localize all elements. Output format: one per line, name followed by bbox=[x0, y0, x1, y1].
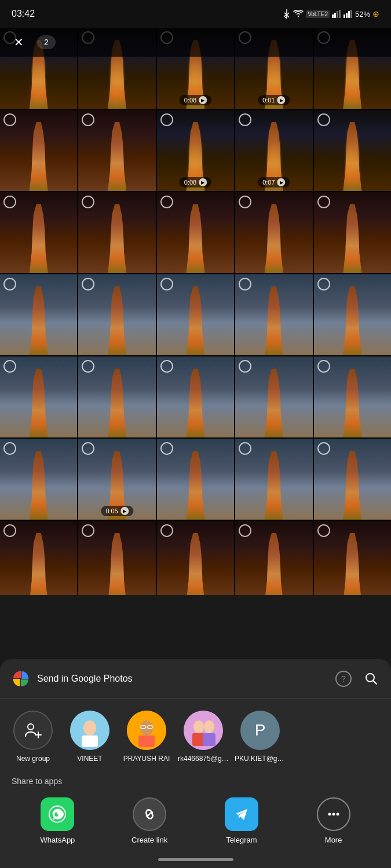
select-circle[interactable] bbox=[160, 196, 173, 208]
photo-cell[interactable] bbox=[314, 192, 391, 273]
app-item-telegram[interactable]: Telegram bbox=[215, 797, 268, 844]
contact-item-prayush[interactable]: PRAYUSH RAI bbox=[120, 711, 173, 763]
telegram-icon bbox=[231, 804, 252, 825]
photo-cell[interactable] bbox=[157, 439, 234, 520]
photo-cell[interactable] bbox=[235, 356, 312, 437]
contact-item-rk[interactable]: rk4466875@gm... bbox=[177, 711, 229, 763]
photo-cell[interactable] bbox=[314, 110, 391, 191]
select-circle[interactable] bbox=[3, 196, 16, 208]
app-item-more[interactable]: More bbox=[308, 797, 360, 844]
photo-cell[interactable] bbox=[157, 521, 234, 595]
svg-point-30 bbox=[328, 813, 331, 816]
photo-cell[interactable] bbox=[0, 356, 77, 437]
play-button[interactable]: ▶ bbox=[277, 96, 286, 104]
contact-item-new-group[interactable]: New group bbox=[7, 711, 59, 763]
photo-cell[interactable] bbox=[314, 521, 391, 595]
app-icon-telegram bbox=[225, 797, 258, 831]
photo-cell[interactable] bbox=[0, 521, 77, 595]
contact-item-pku[interactable]: PPKU.KIET@gma... bbox=[234, 711, 286, 763]
play-button[interactable]: ▶ bbox=[199, 178, 207, 186]
svg-point-25 bbox=[204, 720, 214, 733]
signal-icon bbox=[332, 10, 341, 18]
search-button[interactable] bbox=[363, 671, 379, 687]
video-badge: 0:05▶ bbox=[101, 506, 133, 516]
contact-avatar-vineet bbox=[70, 711, 109, 750]
photo-cell[interactable] bbox=[78, 521, 155, 595]
photo-grid: 0:08▶0:01▶0:08▶0:07▶0:05▶ bbox=[0, 28, 391, 595]
signal-icon-2 bbox=[344, 10, 353, 18]
more-icon bbox=[326, 806, 342, 822]
photo-cell[interactable] bbox=[0, 439, 77, 520]
battery-text: 52% bbox=[355, 10, 370, 19]
svg-rect-7 bbox=[350, 10, 352, 18]
photo-cell[interactable] bbox=[314, 356, 391, 437]
svg-point-23 bbox=[193, 720, 204, 733]
contact-avatar-new-group bbox=[13, 711, 53, 750]
battery-icon: ⊕ bbox=[372, 9, 379, 19]
photo-cell[interactable] bbox=[0, 192, 77, 273]
apps-row: WhatsApp Create link Telegram More bbox=[0, 793, 391, 854]
svg-rect-2 bbox=[337, 11, 338, 18]
photo-cell[interactable] bbox=[235, 192, 312, 273]
photo-cell[interactable] bbox=[157, 356, 234, 437]
photo-cell[interactable]: 0:08▶ bbox=[157, 110, 234, 191]
google-photos-logo bbox=[12, 670, 30, 688]
select-circle[interactable] bbox=[160, 442, 173, 455]
select-circle[interactable] bbox=[160, 524, 173, 537]
select-circle[interactable] bbox=[317, 360, 330, 373]
app-icon-whatsapp bbox=[41, 797, 74, 831]
app-item-whatsapp[interactable]: WhatsApp bbox=[31, 797, 83, 844]
photo-cell[interactable] bbox=[0, 110, 77, 191]
select-circle[interactable] bbox=[3, 524, 16, 537]
photo-cell[interactable] bbox=[157, 192, 234, 273]
prayush-avatar bbox=[127, 711, 166, 750]
photo-cell[interactable] bbox=[314, 274, 391, 355]
photo-cell[interactable] bbox=[157, 274, 234, 355]
app-name-more: More bbox=[325, 836, 342, 844]
photo-cell[interactable] bbox=[235, 439, 312, 520]
add-person-icon bbox=[23, 720, 43, 740]
photo-cell[interactable] bbox=[78, 192, 155, 273]
contacts-row: New group VINEET PRAYUSH RAI rk4466875@g… bbox=[0, 699, 391, 774]
select-circle[interactable] bbox=[160, 113, 173, 126]
video-badge: 0:08▶ bbox=[180, 95, 211, 105]
select-circle[interactable] bbox=[317, 113, 330, 126]
home-indicator bbox=[158, 858, 233, 861]
contact-avatar-prayush bbox=[127, 711, 166, 750]
select-circle[interactable] bbox=[3, 113, 16, 126]
video-badge: 0:07▶ bbox=[258, 177, 290, 187]
selection-bar: ✕ 2 bbox=[0, 28, 391, 57]
svg-rect-1 bbox=[334, 13, 336, 18]
close-selection-button[interactable]: ✕ bbox=[9, 33, 28, 52]
play-button[interactable]: ▶ bbox=[120, 507, 129, 515]
select-circle[interactable] bbox=[317, 196, 330, 208]
status-bar: 03:42 VoLTE2 52% ⊕ bbox=[0, 0, 391, 28]
app-name-whatsapp: WhatsApp bbox=[40, 836, 75, 844]
svg-point-10 bbox=[28, 724, 34, 730]
app-item-create-link[interactable]: Create link bbox=[123, 797, 176, 844]
play-button[interactable]: ▶ bbox=[199, 96, 207, 104]
photo-cell[interactable] bbox=[314, 439, 391, 520]
select-circle[interactable] bbox=[3, 360, 16, 373]
google-photos-row[interactable]: Send in Google Photos ? bbox=[0, 659, 391, 699]
photo-cell[interactable] bbox=[235, 521, 312, 595]
help-icon-button[interactable]: ? bbox=[335, 671, 352, 687]
select-circle[interactable] bbox=[317, 442, 330, 455]
select-circle[interactable] bbox=[160, 360, 173, 373]
select-circle[interactable] bbox=[160, 278, 173, 290]
select-circle[interactable] bbox=[317, 524, 330, 537]
select-circle[interactable] bbox=[3, 442, 16, 455]
photo-cell[interactable] bbox=[235, 274, 312, 355]
contact-item-vineet[interactable]: VINEET bbox=[64, 711, 116, 763]
select-circle[interactable] bbox=[317, 278, 330, 290]
select-circle[interactable] bbox=[3, 278, 16, 290]
svg-rect-5 bbox=[346, 13, 348, 18]
photo-cell[interactable]: 0:05▶ bbox=[78, 439, 155, 520]
photo-cell[interactable] bbox=[0, 274, 77, 355]
svg-rect-3 bbox=[339, 10, 341, 18]
photo-cell[interactable] bbox=[78, 356, 155, 437]
photo-cell[interactable] bbox=[78, 274, 155, 355]
play-button[interactable]: ▶ bbox=[277, 178, 286, 186]
photo-cell[interactable]: 0:07▶ bbox=[235, 110, 312, 191]
photo-cell[interactable] bbox=[78, 110, 155, 191]
